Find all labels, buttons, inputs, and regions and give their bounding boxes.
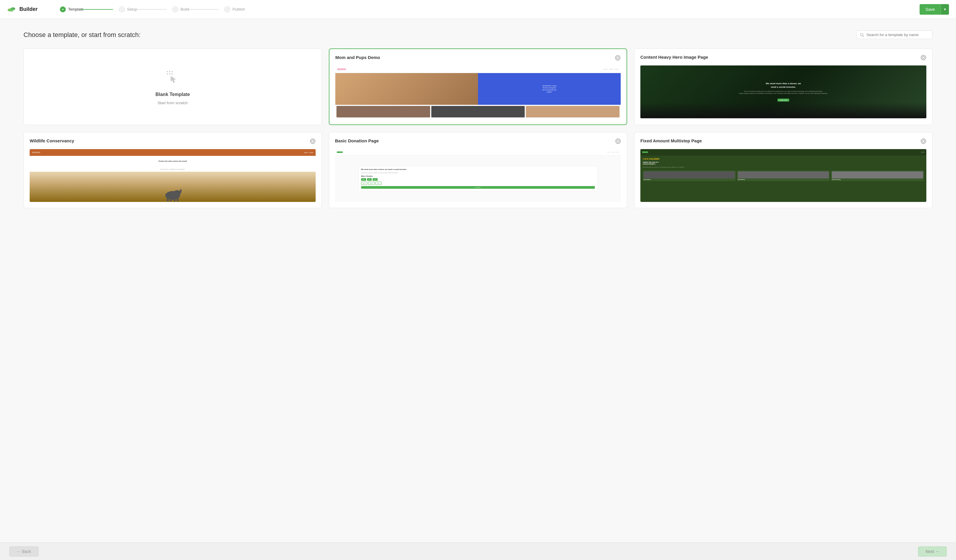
save-button-group: Save ▾ [920, 4, 949, 15]
step-circle-publish [224, 6, 230, 13]
preview-icon-basic-donation[interactable] [615, 138, 621, 146]
step-active-icon [61, 8, 64, 11]
svg-rect-10 [167, 71, 168, 72]
template-card-wildlife[interactable]: Wildlife Conservancy [24, 132, 322, 208]
svg-point-30 [921, 139, 926, 144]
logo-area: Builder [7, 5, 54, 14]
step-circle-setup [119, 6, 125, 13]
preview-icon-wildlife[interactable] [310, 138, 316, 146]
template-card-header-mom-pups: Mom and Pups Demo [335, 55, 621, 62]
preview-icon-mom-pups[interactable] [615, 55, 621, 62]
svg-rect-26 [174, 199, 176, 201]
svg-point-29 [617, 140, 619, 142]
svg-rect-24 [167, 198, 168, 201]
svg-point-28 [616, 139, 620, 144]
save-dropdown-button[interactable]: ▾ [941, 4, 949, 15]
svg-rect-14 [169, 74, 170, 75]
elephant-svg [161, 184, 184, 201]
step-inactive-icon [120, 8, 123, 11]
svg-rect-15 [171, 74, 173, 75]
template-name-basic-donation: Basic Donation Page [335, 138, 379, 143]
template-name-content-heavy: Content Heavy Hero Image Page [640, 55, 708, 60]
page-title: Choose a template, or start from scratch… [24, 31, 141, 39]
step-label-template: Template [68, 7, 84, 11]
svg-rect-25 [170, 199, 171, 201]
preview-icon-fixed-amount[interactable] [920, 138, 926, 146]
next-button[interactable]: Next → [918, 546, 947, 557]
step-template[interactable]: Template [54, 6, 90, 13]
step-circle-template [60, 6, 66, 13]
blank-template-name: Blank Template [155, 92, 190, 97]
footer: ← Back Next → [0, 543, 956, 560]
template-card-header-content-heavy: Content Heavy Hero Image Page [640, 55, 926, 62]
svg-point-7 [226, 8, 228, 11]
step-label-build: Build [181, 7, 189, 11]
app-name: Builder [19, 6, 38, 13]
svg-point-16 [615, 55, 620, 60]
svg-point-2 [10, 9, 14, 12]
svg-rect-13 [167, 74, 168, 75]
svg-point-4 [62, 9, 63, 10]
preview-nav [335, 66, 621, 73]
step-build-icon [174, 8, 177, 11]
svg-point-18 [921, 55, 926, 60]
svg-rect-11 [169, 71, 170, 72]
svg-point-5 [121, 8, 123, 11]
preview-hero: Specializing in savingthe lives of pregn… [335, 73, 621, 105]
preview-thumbnails [335, 105, 621, 119]
svg-point-21 [311, 140, 314, 142]
template-preview-mom-pups: Specializing in savingthe lives of pregn… [335, 66, 621, 119]
header-actions: Save ▾ [920, 4, 949, 15]
logo-icon [7, 5, 16, 14]
template-card-header-basic-donation: Basic Donation Page [335, 138, 621, 146]
svg-rect-27 [177, 198, 179, 201]
template-preview-wildlife: Protect the wild, protect the world Help… [30, 149, 316, 202]
step-circle-build [172, 6, 178, 13]
fixed-amount-preview-visual: 1 IN 6 CHILDREN UNDER THE AGE OF 5LIVE I… [640, 149, 926, 202]
stepper: Template Setup Build [54, 6, 251, 13]
svg-point-31 [922, 140, 925, 142]
connector-3 [195, 9, 219, 10]
save-button[interactable]: Save [920, 4, 941, 15]
connector-1 [90, 9, 113, 10]
connector-2 [143, 9, 167, 10]
template-card-fixed-amount[interactable]: Fixed Amount Multistep Page [634, 132, 932, 208]
blank-template-icon [164, 69, 181, 88]
template-card-content-heavy[interactable]: Content Heavy Hero Image Page We need mo… [634, 49, 932, 125]
chevron-down-icon: ▾ [944, 7, 946, 11]
template-card-mom-pups[interactable]: Mom and Pups Demo [329, 49, 627, 125]
blank-template-subtitle: Start from scratch [158, 101, 188, 105]
page-header: Choose a template, or start from scratch… [24, 31, 932, 39]
svg-point-6 [174, 8, 176, 11]
mom-pups-preview-visual: Specializing in savingthe lives of pregn… [335, 66, 621, 119]
svg-point-20 [310, 139, 315, 144]
template-name-fixed-amount: Fixed Amount Multistep Page [640, 138, 702, 143]
template-preview-fixed-amount: 1 IN 6 CHILDREN UNDER THE AGE OF 5LIVE I… [640, 149, 926, 202]
template-preview-basic-donation: We need more than a donor, we need a soc… [335, 149, 621, 202]
preview-icon-content-heavy[interactable] [920, 55, 926, 62]
step-label-publish: Publish [233, 7, 245, 11]
svg-rect-12 [171, 71, 173, 72]
basic-donation-preview-visual: We need more than a donor, we need a soc… [335, 149, 621, 202]
step-publish[interactable]: Publish [219, 6, 251, 13]
step-publish-icon [226, 8, 229, 11]
template-name-wildlife: Wildlife Conservancy [30, 138, 74, 143]
template-grid: Blank Template Start from scratch Mom an… [24, 49, 932, 208]
svg-line-9 [863, 36, 864, 37]
search-box[interactable] [856, 31, 932, 39]
header: Builder Template Setup [0, 0, 956, 19]
template-card-header-wildlife: Wildlife Conservancy [30, 138, 316, 146]
content-heavy-preview-visual: We need more than a donor, weneed a soci… [640, 66, 926, 118]
template-card-basic-donation[interactable]: Basic Donation Page [329, 132, 627, 208]
step-setup[interactable]: Setup [113, 6, 143, 13]
wildlife-preview-visual: Protect the wild, protect the world Help… [30, 149, 316, 202]
template-card-blank[interactable]: Blank Template Start from scratch [24, 49, 322, 125]
template-card-header-fixed-amount: Fixed Amount Multistep Page [640, 138, 926, 146]
template-preview-content-heavy: We need more than a donor, weneed a soci… [640, 66, 926, 118]
back-button[interactable]: ← Back [9, 546, 38, 557]
search-input[interactable] [866, 33, 929, 37]
template-name-mom-pups: Mom and Pups Demo [335, 55, 380, 60]
search-icon [860, 33, 864, 37]
svg-point-17 [616, 56, 619, 59]
step-build[interactable]: Build [167, 6, 195, 13]
